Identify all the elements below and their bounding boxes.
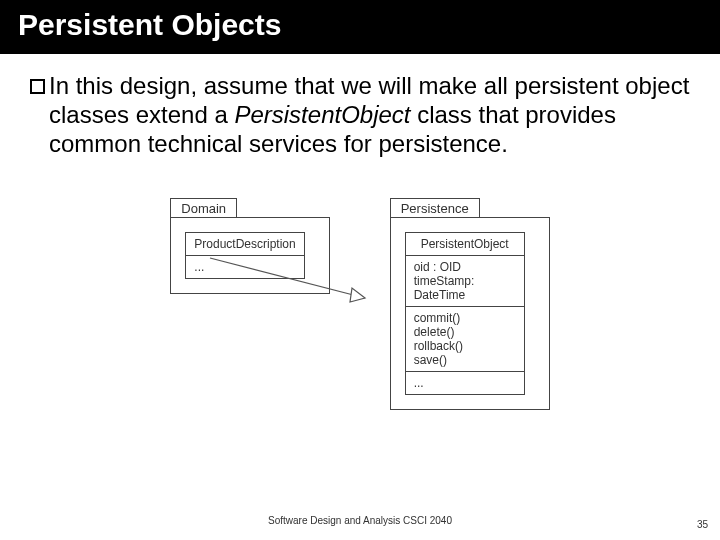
uml-class-persistentobject-ellipsis: ...	[406, 372, 524, 394]
footer-text: Software Design and Analysis CSCI 2040	[0, 515, 720, 526]
package-persistence: Persistence PersistentObject oid : OID t…	[390, 198, 550, 410]
uml-attr: timeStamp:	[414, 274, 516, 288]
uml-class-persistentobject-name: PersistentObject	[406, 233, 524, 256]
generalization-arrow-icon	[0, 198, 720, 498]
uml-op: delete()	[414, 325, 516, 339]
slide-title: Persistent Objects	[18, 8, 702, 42]
uml-attr: DateTime	[414, 288, 516, 302]
body-classname: PersistentObject	[234, 101, 410, 128]
body-text: In this design, assume that we will make…	[49, 72, 690, 158]
svg-marker-1	[350, 288, 365, 302]
package-domain-label: Domain	[170, 198, 237, 217]
uml-attr: oid : OID	[414, 260, 516, 274]
package-domain-body: ProductDescription ...	[170, 217, 329, 294]
uml-diagram: Domain ProductDescription ... Persistenc…	[30, 198, 690, 410]
bullet-box-icon	[30, 79, 45, 94]
uml-op: save()	[414, 353, 516, 367]
uml-class-productdescription-ellipsis: ...	[186, 256, 303, 278]
uml-class-productdescription-name: ProductDescription	[186, 233, 303, 256]
body-area: In this design, assume that we will make…	[0, 54, 720, 410]
page-number: 35	[697, 519, 708, 530]
package-domain: Domain ProductDescription ...	[170, 198, 329, 410]
uml-class-productdescription: ProductDescription ...	[185, 232, 304, 279]
package-persistence-label: Persistence	[390, 198, 480, 217]
bullet-row: In this design, assume that we will make…	[30, 72, 690, 158]
title-bar: Persistent Objects	[0, 0, 720, 54]
uml-class-persistentobject: PersistentObject oid : OID timeStamp: Da…	[405, 232, 525, 395]
uml-op: commit()	[414, 311, 516, 325]
uml-op: rollback()	[414, 339, 516, 353]
body-prefix: In	[49, 72, 69, 99]
uml-class-persistentobject-attrs: oid : OID timeStamp: DateTime	[406, 256, 524, 307]
package-persistence-body: PersistentObject oid : OID timeStamp: Da…	[390, 217, 550, 410]
uml-class-persistentobject-ops: commit() delete() rollback() save()	[406, 307, 524, 372]
